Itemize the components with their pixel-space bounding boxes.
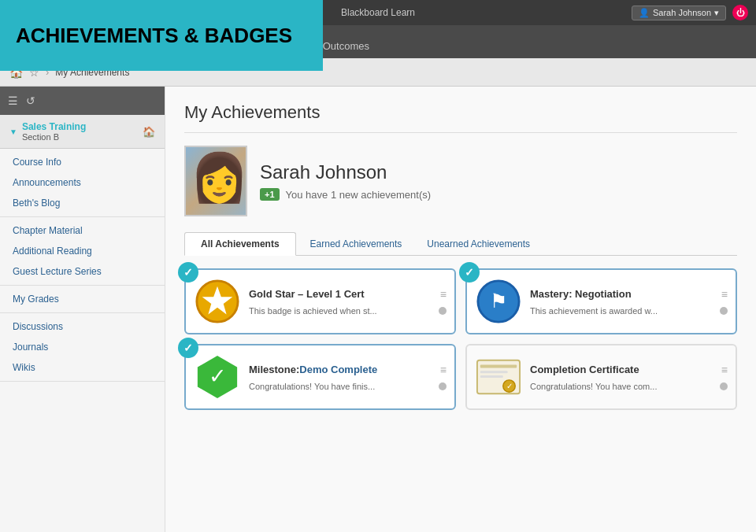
sidebar-item-guest-lecture[interactable]: Guest Lecture Series	[0, 261, 165, 282]
milestone-badge-svg: ✓	[195, 354, 240, 400]
sidebar-item-chapter-material[interactable]: Chapter Material	[0, 220, 165, 241]
sidebar-section-1: Course Info Announcements Beth's Blog	[0, 149, 165, 217]
achievement-menu-icon-certificate[interactable]: ≡	[721, 364, 728, 376]
svg-text:✓: ✓	[506, 382, 513, 390]
achievement-card-bottom-mastery: This achievement is awarded w...	[530, 306, 728, 316]
tab-all-achievements[interactable]: All Achievements	[184, 232, 296, 256]
achievement-card-bottom-milestone: Congratulations! You have finis...	[249, 382, 447, 391]
achievement-card-content-gold-star: Gold Star – Level 1 Cert ≡ This badge is…	[249, 288, 447, 316]
status-dot-milestone	[439, 382, 447, 390]
sidebar-item-discussions[interactable]: Discussions	[0, 316, 165, 337]
svg-rect-9	[480, 375, 503, 378]
earned-check-gold-star: ✓	[178, 262, 198, 283]
profile-name: Sarah Johnson	[260, 161, 431, 183]
achievement-title-mastery: Mastery: Negotiation	[530, 288, 632, 300]
achievement-card-top-certificate: Completion Certificate ≡	[530, 364, 728, 379]
achievement-desc-milestone: Congratulations! You have finis...	[249, 382, 375, 391]
certificate-badge-svg: ✓	[476, 354, 521, 400]
earned-check-milestone: ✓	[178, 338, 198, 358]
achievement-menu-icon-milestone[interactable]: ≡	[440, 364, 447, 376]
sidebar-course-header: ▼ Sales Training Section B 🏠	[0, 115, 165, 149]
status-dot-certificate	[720, 382, 728, 390]
achievement-desc-mastery: This achievement is awarded w...	[530, 306, 658, 316]
achievement-card-bottom-gold-star: This badge is achieved when st...	[249, 306, 447, 316]
sidebar-section-2: Chapter Material Additional Reading Gues…	[0, 217, 165, 286]
badge-icon-certificate: ✓	[475, 353, 522, 401]
power-button[interactable]: ⏻	[732, 5, 748, 20]
profile-badge-row: +1 You have 1 new achievement(s)	[260, 188, 431, 201]
achievement-card-top-mastery: Mastery: Negotiation ≡	[530, 288, 728, 303]
achievement-card-mastery: ✓ ⚑ Mastery: Negotiation ≡ This achievem…	[465, 268, 737, 334]
sidebar-section-4: Discussions Journals Wikis	[0, 313, 165, 382]
achievement-card-top-milestone: Milestone: Demo Complete ≡	[249, 364, 447, 379]
profile-info: Sarah Johnson +1 You have 1 new achievem…	[260, 161, 431, 201]
status-dot-gold-star	[439, 307, 447, 315]
banner-title: ACHIEVEMENTS & BADGES	[16, 24, 292, 48]
badge-icon-milestone: ✓	[194, 353, 241, 401]
app-title: Blackboard Learn	[341, 7, 415, 18]
sidebar-item-my-grades[interactable]: My Grades	[0, 289, 165, 309]
tabs-row: All Achievements Earned Achievements Une…	[184, 232, 737, 256]
achievement-card-top-gold-star: Gold Star – Level 1 Cert ≡	[249, 288, 447, 303]
achievement-title-gold-star: Gold Star – Level 1 Cert	[249, 288, 365, 300]
achievement-menu-icon-gold-star[interactable]: ≡	[440, 288, 447, 301]
badge-icon-gold-star	[194, 278, 241, 325]
svg-rect-7	[480, 365, 517, 368]
svg-rect-8	[480, 371, 508, 373]
achievement-card-content-milestone: Milestone: Demo Complete ≡ Congratulatio…	[249, 364, 447, 391]
sidebar-item-wikis[interactable]: Wikis	[0, 357, 165, 378]
achievement-card-gold-star: ✓ Gold Star – Level 1 Cert ≡ This badge …	[184, 268, 456, 334]
tab-unearned-achievements[interactable]: Unearned Achievements	[414, 233, 543, 255]
sidebar-item-additional-reading[interactable]: Additional Reading	[0, 241, 165, 261]
svg-text:✓: ✓	[209, 364, 227, 388]
sidebar-item-announcements[interactable]: Announcements	[0, 172, 165, 193]
sidebar-section-3: My Grades	[0, 286, 165, 313]
achievement-card-bottom-certificate: Congratulations! You have com...	[530, 382, 728, 391]
achievements-grid: ✓ Gold Star – Level 1 Cert ≡ This badge …	[184, 268, 737, 410]
status-dot-mastery	[720, 307, 728, 315]
sidebar-list-icon[interactable]: ☰	[8, 94, 18, 107]
achievement-card-milestone: ✓ ✓ Milestone: Demo Complete ≡	[184, 344, 456, 410]
achievement-card-certificate: ✓ Completion Certificate ≡ Congratulatio…	[465, 344, 737, 410]
tab-earned-achievements[interactable]: Earned Achievements	[298, 233, 415, 255]
profile-status-text: You have 1 new achievement(s)	[286, 189, 432, 201]
profile-avatar	[184, 146, 247, 216]
user-button[interactable]: 👤 Sarah Johnson ▾	[632, 6, 726, 20]
achievements-banner: ACHIEVEMENTS & BADGES	[0, 0, 323, 71]
sidebar-refresh-icon[interactable]: ↺	[26, 94, 35, 107]
user-name: Sarah Johnson	[653, 8, 711, 17]
main-layout: ☰ ↺ ▼ Sales Training Section B 🏠 Course …	[0, 87, 756, 532]
achievement-desc-certificate: Congratulations! You have com...	[530, 382, 657, 391]
sidebar-item-beths-blog[interactable]: Beth's Blog	[0, 193, 165, 213]
topbar-right: 👤 Sarah Johnson ▾ ⏻	[632, 5, 748, 20]
page-title: My Achievements	[184, 102, 737, 133]
sidebar-toolbar: ☰ ↺	[0, 87, 165, 115]
avatar-image	[186, 146, 246, 216]
badge-icon-mastery: ⚑	[475, 278, 522, 325]
profile-section: Sarah Johnson +1 You have 1 new achievem…	[184, 146, 737, 216]
sidebar-item-journals[interactable]: Journals	[0, 337, 165, 357]
content-area: My Achievements Sarah Johnson +1 You hav…	[165, 87, 756, 532]
dropdown-arrow-icon: ▾	[714, 8, 719, 18]
sidebar-expand-icon[interactable]: ▼	[9, 127, 17, 136]
achievement-card-content-mastery: Mastery: Negotiation ≡ This achievement …	[530, 288, 728, 316]
sidebar-item-course-info[interactable]: Course Info	[0, 152, 165, 172]
sidebar-course-name[interactable]: Sales Training	[22, 121, 86, 132]
milestone-label: Milestone:	[249, 364, 299, 375]
achievement-menu-icon-mastery[interactable]: ≡	[721, 288, 728, 301]
gold-star-badge-svg	[195, 279, 240, 324]
achievement-card-content-certificate: Completion Certificate ≡ Congratulations…	[530, 364, 728, 391]
sidebar: ☰ ↺ ▼ Sales Training Section B 🏠 Course …	[0, 87, 165, 532]
mastery-badge-svg: ⚑	[476, 279, 521, 324]
earned-check-mastery: ✓	[459, 262, 480, 283]
achievement-desc-gold-star: This badge is achieved when st...	[249, 306, 377, 316]
milestone-value: Demo Complete	[299, 364, 377, 375]
new-achievement-badge: +1	[260, 188, 280, 201]
achievement-title-milestone: Milestone: Demo Complete	[249, 364, 377, 375]
svg-text:⚑: ⚑	[490, 290, 507, 312]
sidebar-home-icon[interactable]: 🏠	[143, 126, 155, 138]
user-icon: 👤	[639, 8, 650, 18]
sidebar-course-subtitle: Section B	[22, 132, 86, 142]
achievement-title-certificate: Completion Certificate	[530, 364, 639, 375]
